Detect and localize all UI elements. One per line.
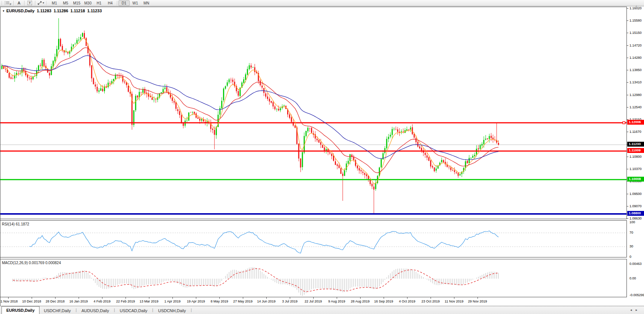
text-label-t-icon[interactable]: T (26, 0, 34, 6)
date-axis-label: 16 Sep 2019 (374, 299, 393, 303)
price-axis-tick (627, 218, 628, 219)
rsi-panel (0, 220, 627, 257)
date-axis-tick (478, 297, 478, 299)
macd-signal-line (13, 269, 499, 292)
date-axis-label: 27 May 2019 (233, 299, 253, 303)
date-axis-tick (32, 297, 32, 299)
current-price-badge[interactable]: 1.11233 (627, 142, 644, 147)
date-axis-tick (126, 297, 126, 299)
timeframe-button-h1[interactable]: H1 (93, 0, 105, 6)
date-axis-tick (8, 297, 9, 299)
chart-tab-usdcnh[interactable]: USDCNH,Daily (153, 307, 190, 314)
chart-tab-usdchf[interactable]: USDCHF,Daily (39, 307, 75, 314)
price-axis-label: 1.10800 (629, 155, 642, 158)
arrow-tools-icon[interactable]: ▾ (37, 0, 45, 6)
price-axis-tick (627, 95, 628, 95)
date-axis-tick (243, 297, 243, 299)
price-axis-label: 1.13410 (629, 80, 642, 84)
chart-tab-eurusd[interactable]: EURUSD,Daily (1, 306, 39, 314)
price-axis-tick (627, 33, 628, 33)
level-price-badge[interactable]: 1.08800 (627, 211, 644, 216)
date-axis-label: 28 Aug 2019 (351, 299, 370, 303)
price-axis-tick (627, 8, 628, 9)
chart-tab-audusd[interactable]: AUDUSD,Daily (77, 307, 114, 314)
date-axis-label: 14 Jun 2019 (257, 299, 276, 303)
timeframe-button-h4[interactable]: H4 (105, 0, 116, 6)
text-a-icon[interactable]: A (15, 0, 23, 6)
price-axis-tick (627, 206, 628, 206)
date-axis-tick (454, 297, 454, 299)
tab-separator: | (190, 308, 192, 312)
moving-average-slow (2, 55, 498, 160)
price-axis-label: 1.09070 (629, 204, 642, 208)
timeframe-button-w1[interactable]: W1 (130, 0, 141, 6)
price-axis-label: 1.08630 (629, 217, 642, 220)
date-axis-tick (102, 297, 102, 299)
chevron-down-icon: ▾ (43, 1, 44, 4)
price-axis-label: 1.14280 (629, 56, 642, 60)
level-price-badge[interactable]: 1.12006 (627, 120, 644, 125)
price-axis-tick (627, 45, 628, 46)
rsi-axis-label: 0 (629, 255, 631, 259)
date-axis-tick (431, 297, 431, 299)
quote-low: 1.11218 (70, 9, 85, 13)
macd-label: MACD(12,26,9) 0.001769 0.000824 (2, 261, 61, 265)
price-axis-label: 1.12540 (629, 105, 642, 109)
price-axis-label: 1.15150 (629, 31, 642, 35)
toolbar-grip[interactable] (1, 1, 3, 5)
price-axis-label: 1.16020 (629, 6, 642, 10)
price-axis-label: 1.14720 (629, 44, 642, 47)
price-axis-label: 1.15580 (629, 19, 642, 22)
tab-scroll-arrows: ◂▸ (630, 308, 641, 312)
diagonal-arrows-icon (37, 1, 42, 5)
timeframe-button-m1[interactable]: M1 (49, 0, 60, 6)
tab-scroll-right-icon[interactable]: ▸ (635, 308, 641, 312)
macd-axis-label: -0.005299 (629, 293, 644, 297)
date-axis-label: 21 Nov 2018 (0, 299, 18, 303)
timeframe-button-m5[interactable]: M5 (60, 0, 71, 6)
date-axis-label: 11 Nov 2019 (445, 299, 463, 303)
date-axis-tick (266, 297, 267, 299)
list-lines-icon (5, 1, 9, 5)
timeframe-button-mn[interactable]: MN (141, 0, 152, 6)
chart-tab-usdcad[interactable]: USDCAD,Daily (115, 307, 152, 314)
date-axis-tick (313, 297, 314, 299)
price-axis-tick (627, 169, 628, 169)
date-axis-label: 1 Apr 2019 (164, 299, 181, 303)
toolbar-grip[interactable] (46, 1, 48, 5)
rsi-axis-label: 100 (629, 220, 635, 224)
level-price-badge[interactable]: 1.10008 (627, 177, 644, 182)
symbol-period-label: EURUSD,Daily (6, 9, 35, 13)
toolbar-separator (35, 1, 35, 6)
rsi-canvas (0, 221, 626, 257)
timeframe-button-m30[interactable]: M30 (82, 0, 93, 6)
price-axis-tick (627, 70, 628, 70)
price-axis-label: 1.13850 (629, 68, 642, 72)
rsi-axis-label: 70 (629, 231, 633, 234)
toolbar: F A T ▾ M1M5M15M30H1H4D1W1MN (0, 0, 644, 6)
macd-axis-label: 0.00 (629, 276, 636, 280)
timeframe-button-m15[interactable]: M15 (71, 0, 82, 6)
date-axis-tick (149, 297, 149, 299)
date-axis-label: 23 Oct 2019 (421, 299, 440, 303)
level-price-badge[interactable]: 1.11009 (627, 148, 644, 153)
date-axis-label: 22 Jul 2019 (305, 299, 322, 303)
date-axis-label: 29 Nov 2019 (468, 299, 487, 303)
date-axis-tick (360, 297, 361, 299)
price-axis-tick (627, 20, 628, 21)
data-window-f-icon[interactable]: F (4, 0, 12, 6)
price-axis-label: 1.12980 (629, 93, 642, 97)
rsi-line (29, 231, 499, 253)
date-axis-label: 16 Jan 2019 (69, 299, 88, 303)
price-axis-tick (627, 58, 628, 58)
candles (1, 18, 499, 214)
date-axis-tick (219, 297, 220, 299)
date-axis-tick (172, 297, 173, 299)
timeframe-button-d1[interactable]: D1 (118, 0, 130, 6)
tab-scroll-left-icon[interactable]: ◂ (630, 308, 636, 312)
toolbar-separator (24, 1, 25, 6)
date-axis-label: 19 Apr 2019 (187, 299, 205, 303)
date-axis-label: 3 Jul 2019 (282, 299, 298, 303)
mt4-window: F A T ▾ M1M5M15M30H1H4D1W1MN ▲ ▼EURUSD,D… (0, 0, 644, 314)
level-drag-handle[interactable] (623, 122, 625, 124)
